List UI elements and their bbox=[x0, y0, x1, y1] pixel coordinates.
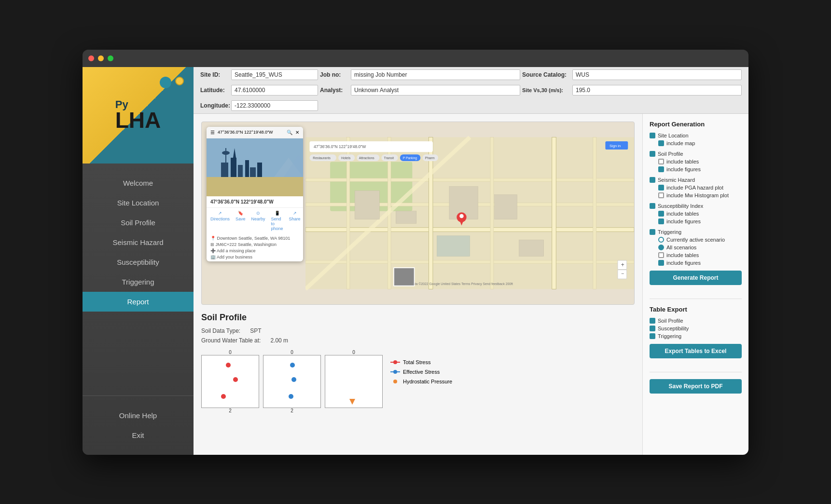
content-area: ☰ 47°36'36.0"N 122°19'48.0"W 🔍 ✕ bbox=[194, 114, 748, 455]
export-triggering-checkbox[interactable]: Triggering bbox=[650, 333, 742, 339]
source-catalog-input[interactable]: WUS bbox=[572, 69, 742, 80]
circle-yellow-icon bbox=[175, 77, 184, 85]
svg-rect-23 bbox=[552, 137, 556, 289]
sidebar-item-triggering[interactable]: Triggering bbox=[83, 272, 194, 292]
panel-divider bbox=[650, 299, 742, 299]
stress-point-b2 bbox=[291, 377, 296, 382]
header-row-1: Site ID: Seattle_195_WUS Job no: missing… bbox=[194, 67, 748, 82]
trig-tables-empty-icon bbox=[658, 252, 664, 258]
popup-address: 📍 Downtown Seattle, Seattle, WA 98101 ⊞ … bbox=[207, 234, 303, 261]
map-popup: ☰ 47°36'36.0"N 122°19'48.0"W 🔍 ✕ bbox=[207, 127, 303, 261]
popup-coords-text: 47°36'36.0"N 122°19'48.0"W bbox=[218, 130, 284, 135]
include-map-checkbox[interactable]: include map bbox=[650, 140, 742, 146]
susceptibility-group: Susceptibility Index include tables incl… bbox=[650, 203, 742, 224]
susc-tables-checkbox[interactable]: include tables bbox=[650, 211, 742, 217]
close-icon[interactable]: ✕ bbox=[295, 130, 299, 135]
maximize-button[interactable] bbox=[108, 55, 113, 61]
analyst-input[interactable]: Unknown Analyst bbox=[351, 85, 520, 95]
main-scroll[interactable]: ☰ 47°36'36.0"N 122°19'48.0"W 🔍 ✕ bbox=[194, 114, 642, 455]
chart-col-1: 0 2 bbox=[201, 350, 259, 413]
include-map-check-icon bbox=[658, 140, 664, 146]
chart-legend: Total Stress Effective Stress Hydrostati… bbox=[390, 350, 452, 384]
seismic-hazard-group: Seismic Hazard include PGA hazard plot i… bbox=[650, 177, 742, 198]
svg-rect-31 bbox=[519, 240, 544, 256]
sidebar-item-site-location[interactable]: Site Location bbox=[83, 193, 194, 213]
pga-hazard-checkbox[interactable]: include PGA hazard plot bbox=[650, 185, 742, 191]
triggering-checkbox[interactable]: Triggering bbox=[650, 229, 742, 235]
active-scenario-radio[interactable]: Currently active scenario bbox=[650, 237, 742, 243]
sidebar-item-seismic-hazard[interactable]: Seismic Hazard bbox=[83, 232, 194, 252]
susc-figures-checkbox[interactable]: include figures bbox=[650, 218, 742, 224]
latitude-input[interactable]: 47.6100000 bbox=[231, 85, 318, 95]
sidebar: Py LHA Welcome Site Location Soil Profil… bbox=[83, 67, 194, 455]
susceptibility-checkbox[interactable]: Susceptibility Index bbox=[650, 203, 742, 209]
trig-figures-checkbox[interactable]: include figures bbox=[650, 260, 742, 266]
triggering-group: Triggering Currently active scenario All… bbox=[650, 229, 742, 266]
export-susceptibility-checkbox[interactable]: Susceptibility bbox=[650, 326, 742, 331]
circle-blue-icon bbox=[160, 77, 171, 88]
site-location-checkbox[interactable]: Site Location bbox=[650, 133, 742, 138]
nav-bottom: Online Help Exit bbox=[83, 395, 194, 455]
svg-rect-15 bbox=[305, 178, 634, 181]
svg-point-58 bbox=[393, 360, 397, 364]
soil-data-type: Soil Data Type: SPT bbox=[201, 327, 635, 334]
svg-rect-27 bbox=[396, 211, 416, 223]
generate-report-button[interactable]: Generate Report bbox=[650, 271, 742, 285]
site-id-input[interactable]: Seattle_195_WUS bbox=[231, 69, 318, 80]
svg-rect-30 bbox=[437, 235, 470, 256]
source-catalog-label: Source Catalog: bbox=[522, 71, 570, 78]
nearby-button[interactable]: ⊙Nearby bbox=[251, 211, 265, 231]
share-button[interactable]: ↗Share bbox=[289, 211, 301, 231]
close-button[interactable] bbox=[88, 55, 94, 61]
sidebar-item-welcome[interactable]: Welcome bbox=[83, 173, 194, 193]
logo-area: Py LHA bbox=[83, 67, 194, 163]
sidebar-item-online-help[interactable]: Online Help bbox=[83, 406, 194, 425]
svg-rect-18 bbox=[305, 260, 634, 263]
include-tables-checkbox[interactable]: include tables bbox=[650, 159, 742, 164]
all-scenarios-radio-icon bbox=[658, 245, 664, 250]
stress-point-3 bbox=[221, 394, 226, 399]
sidebar-item-soil-profile[interactable]: Soil Profile bbox=[83, 213, 194, 232]
map-image bbox=[207, 138, 303, 196]
search-icon[interactable]: 🔍 bbox=[287, 130, 292, 135]
send-to-phone-button[interactable]: 📱Send to phone bbox=[271, 211, 283, 231]
export-tables-button[interactable]: Export Tables to Excel bbox=[650, 344, 742, 358]
soil-gwt: Ground Water Table at: 2.00 m bbox=[201, 337, 635, 344]
job-no-input[interactable]: missing Job Number bbox=[351, 69, 520, 80]
soil-profile-checkbox[interactable]: Soil Profile bbox=[650, 151, 742, 157]
export-trig-check-icon bbox=[650, 333, 655, 339]
map-visual: 47°36'36.0"N 122°19'48.0"W Sign in Resta… bbox=[305, 122, 634, 304]
stress-point-2 bbox=[233, 377, 238, 382]
svg-rect-4 bbox=[238, 165, 243, 177]
svg-point-34 bbox=[459, 214, 464, 218]
svg-text:−: − bbox=[622, 271, 624, 276]
export-soil-profile-checkbox[interactable]: Soil Profile bbox=[650, 318, 742, 324]
chart-col-3: 0 bbox=[325, 350, 383, 408]
seismic-hazard-checkbox[interactable]: Seismic Hazard bbox=[650, 177, 742, 183]
vs30-label: Site Vs,30 (m/s): bbox=[522, 87, 570, 93]
longitude-input[interactable]: -122.3300000 bbox=[231, 100, 318, 111]
seismic-hazard-check-icon bbox=[650, 177, 655, 183]
svg-point-10 bbox=[222, 151, 230, 155]
include-figures-checkbox[interactable]: include figures bbox=[650, 166, 742, 172]
analyst-label: Analyst: bbox=[320, 87, 349, 94]
latitude-label: Latitude: bbox=[200, 87, 229, 94]
svg-rect-17 bbox=[305, 227, 634, 232]
save-report-button[interactable]: Save Report to PDF bbox=[650, 379, 742, 394]
job-no-label: Job no: bbox=[320, 71, 349, 78]
trig-tables-checkbox[interactable]: include tables bbox=[650, 252, 742, 258]
susc-figures-check-icon bbox=[658, 218, 664, 224]
minimize-button[interactable] bbox=[98, 55, 104, 61]
mw-histogram-checkbox[interactable]: include Mw Histogram plot bbox=[650, 192, 742, 198]
directions-button[interactable]: ↗Directions bbox=[210, 211, 230, 231]
save-button[interactable]: 🔖Save bbox=[235, 211, 246, 231]
svg-point-61 bbox=[393, 380, 397, 383]
svg-rect-7 bbox=[257, 163, 262, 177]
svg-text:Hotels: Hotels bbox=[341, 156, 351, 160]
axis-0-3: 0 bbox=[352, 350, 355, 355]
all-scenarios-radio[interactable]: All scenarios bbox=[650, 245, 742, 250]
sidebar-item-exit[interactable]: Exit bbox=[83, 425, 194, 445]
vs30-input[interactable]: 195.0 bbox=[572, 85, 742, 95]
sidebar-item-susceptibility[interactable]: Susceptibility bbox=[83, 252, 194, 272]
sidebar-item-report[interactable]: Report bbox=[83, 292, 194, 312]
